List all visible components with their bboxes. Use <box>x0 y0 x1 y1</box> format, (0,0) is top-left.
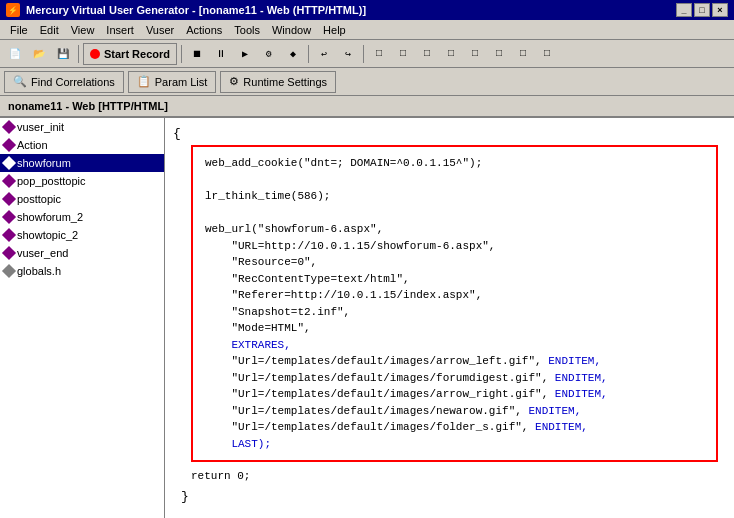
btn-d[interactable]: □ <box>392 43 414 65</box>
separator-4 <box>363 45 364 63</box>
btn-b[interactable]: ↪ <box>337 43 359 65</box>
separator-1 <box>78 45 79 63</box>
menu-window[interactable]: Window <box>266 22 317 38</box>
script-title-bar: noname11 - Web [HTTP/HTML] <box>0 96 734 118</box>
code-line-15: "Url=/templates/default/images/arrow_rig… <box>205 386 704 403</box>
btn-a[interactable]: ↩ <box>313 43 335 65</box>
menu-bar: File Edit View Insert Vuser Actions Tool… <box>0 20 734 40</box>
main-content: vuser_init Action showforum ➡ pop_postto… <box>0 118 734 518</box>
btn-i[interactable]: □ <box>512 43 534 65</box>
code-line-17: "Url=/templates/default/images/folder_s.… <box>205 419 704 436</box>
sidebar-item-globals[interactable]: globals.h <box>0 262 164 280</box>
sidebar-item-showforum2[interactable]: showforum_2 <box>0 208 164 226</box>
separator-2 <box>181 45 182 63</box>
open-bracket: { <box>173 126 726 141</box>
menu-edit[interactable]: Edit <box>34 22 65 38</box>
maximize-button[interactable]: □ <box>694 3 710 17</box>
menu-vuser[interactable]: Vuser <box>140 22 180 38</box>
find-correlations-icon: 🔍 <box>13 75 27 88</box>
btn-h[interactable]: □ <box>488 43 510 65</box>
start-record-button[interactable]: Start Record <box>83 43 177 65</box>
runtime-settings-button[interactable]: ⚙ Runtime Settings <box>220 71 336 93</box>
code-line-11: "Mode=HTML", <box>205 320 704 337</box>
vuser-end-icon <box>2 246 16 260</box>
globals-icon <box>2 264 16 278</box>
btn-g[interactable]: □ <box>464 43 486 65</box>
runtime-settings-label: Runtime Settings <box>243 76 327 88</box>
code-line-8: "RecContentType=text/html", <box>205 271 704 288</box>
settings-button[interactable]: ⚙ <box>258 43 280 65</box>
code-line-12: EXTRARES, <box>205 337 704 354</box>
code-line-13: "Url=/templates/default/images/arrow_lef… <box>205 353 704 370</box>
showforum2-label: showforum_2 <box>17 211 83 223</box>
title-bar: ⚡ Mercury Virtual User Generator - [nona… <box>0 0 734 20</box>
param-list-button[interactable]: 📋 Param List <box>128 71 217 93</box>
pause-button[interactable]: ⏸ <box>210 43 232 65</box>
return-line: return 0; <box>191 468 726 485</box>
script-title-text: noname11 - Web [HTTP/HTML] <box>8 100 168 112</box>
secondary-toolbar: 🔍 Find Correlations 📋 Param List ⚙ Runti… <box>0 68 734 96</box>
code-line-5: web_url("showforum-6.aspx", <box>205 221 704 238</box>
menu-file[interactable]: File <box>4 22 34 38</box>
vuser-end-label: vuser_end <box>17 247 68 259</box>
action-icon <box>2 138 16 152</box>
sidebar-item-posttopic[interactable]: posttopic <box>0 190 164 208</box>
close-button[interactable]: × <box>712 3 728 17</box>
showtopic2-icon <box>2 228 16 242</box>
menu-tools[interactable]: Tools <box>228 22 266 38</box>
vuser-init-icon <box>2 120 16 134</box>
stop-button[interactable]: ⏹ <box>186 43 208 65</box>
pop-posttopic-icon <box>2 174 16 188</box>
record-dot <box>90 49 100 59</box>
code-line-16: "Url=/templates/default/images/newarow.g… <box>205 403 704 420</box>
btn-e[interactable]: □ <box>416 43 438 65</box>
param-list-label: Param List <box>155 76 208 88</box>
btn-c[interactable]: □ <box>368 43 390 65</box>
code-editor[interactable]: { web_add_cookie("dnt=; DOMAIN=^0.0.1.15… <box>165 118 734 518</box>
close-bracket: } <box>181 489 726 504</box>
action-button[interactable]: ◆ <box>282 43 304 65</box>
open-button[interactable]: 📂 <box>28 43 50 65</box>
posttopic-label: posttopic <box>17 193 61 205</box>
code-line-6: "URL=http://10.0.1.15/showforum-6.aspx", <box>205 238 704 255</box>
sidebar-item-pop-posttopic[interactable]: pop_posttopic <box>0 172 164 190</box>
globals-label: globals.h <box>17 265 61 277</box>
btn-j[interactable]: □ <box>536 43 558 65</box>
minimize-button[interactable]: _ <box>676 3 692 17</box>
menu-actions[interactable]: Actions <box>180 22 228 38</box>
runtime-settings-icon: ⚙ <box>229 75 239 88</box>
main-toolbar: 📄 📂 💾 Start Record ⏹ ⏸ ▶ ⚙ ◆ ↩ ↪ □ □ □ □… <box>0 40 734 68</box>
sidebar-item-showtopic2[interactable]: showtopic_2 <box>0 226 164 244</box>
sidebar-item-vuser-init[interactable]: vuser_init <box>0 118 164 136</box>
play-button[interactable]: ▶ <box>234 43 256 65</box>
code-line-7: "Resource=0", <box>205 254 704 271</box>
showforum-icon <box>2 156 16 170</box>
find-correlations-label: Find Correlations <box>31 76 115 88</box>
code-block: web_add_cookie("dnt=; DOMAIN=^0.0.1.15^"… <box>191 145 718 462</box>
code-line-10: "Snapshot=t2.inf", <box>205 304 704 321</box>
sidebar-item-vuser-end[interactable]: vuser_end <box>0 244 164 262</box>
sidebar: vuser_init Action showforum ➡ pop_postto… <box>0 118 165 518</box>
sidebar-item-action[interactable]: Action <box>0 136 164 154</box>
sidebar-item-showforum[interactable]: showforum ➡ <box>0 154 164 172</box>
app-icon: ⚡ <box>6 3 20 17</box>
code-line-3: lr_think_time(586); <box>205 188 704 205</box>
menu-help[interactable]: Help <box>317 22 352 38</box>
code-line-18: LAST); <box>205 436 704 453</box>
window-controls: _ □ × <box>676 3 728 17</box>
new-button[interactable]: 📄 <box>4 43 26 65</box>
separator-3 <box>308 45 309 63</box>
btn-f[interactable]: □ <box>440 43 462 65</box>
menu-view[interactable]: View <box>65 22 101 38</box>
showtopic2-label: showtopic_2 <box>17 229 78 241</box>
code-line-4 <box>205 205 704 222</box>
record-label: Start Record <box>104 48 170 60</box>
showforum2-icon <box>2 210 16 224</box>
code-line-2 <box>205 172 704 189</box>
find-correlations-button[interactable]: 🔍 Find Correlations <box>4 71 124 93</box>
menu-insert[interactable]: Insert <box>100 22 140 38</box>
posttopic-icon <box>2 192 16 206</box>
save-button[interactable]: 💾 <box>52 43 74 65</box>
code-line-14: "Url=/templates/default/images/forumdige… <box>205 370 704 387</box>
title-text: Mercury Virtual User Generator - [noname… <box>26 4 366 16</box>
